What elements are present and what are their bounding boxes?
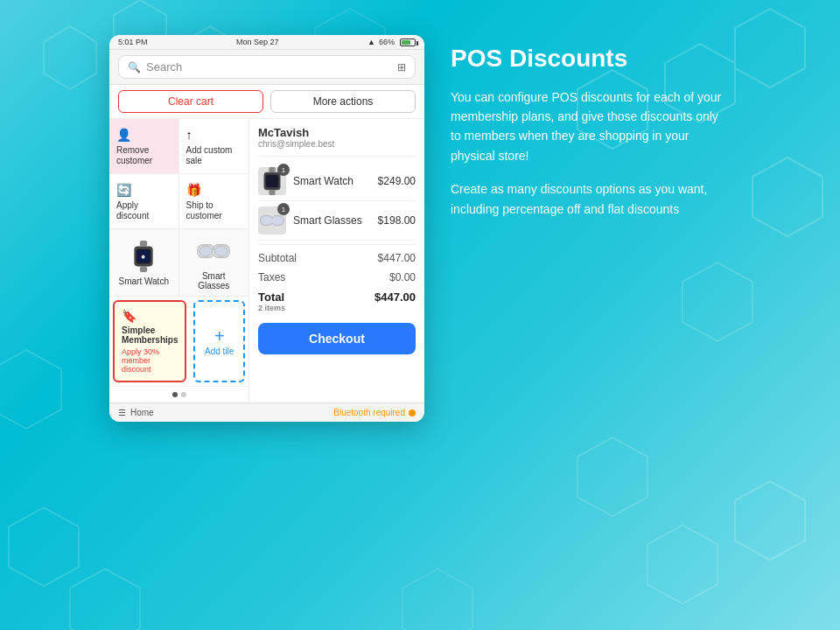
svg-rect-16 <box>140 241 147 247</box>
smart-glasses-image <box>194 234 233 268</box>
search-label: Search <box>146 60 392 74</box>
subtotal-value: $447.00 <box>378 252 416 264</box>
content-area: 👤 Remove customer ↑ Add custom sale 🔄 Ap… <box>109 119 424 402</box>
cart-actions-bar: Clear cart More actions <box>109 85 424 119</box>
tile-remove-customer-label: Remove customer <box>116 145 172 166</box>
pagination-dot-2 <box>181 392 186 397</box>
customer-email: chris@simplee.best <box>258 139 416 149</box>
svg-rect-25 <box>269 190 275 195</box>
subtotal-row: Subtotal $447.00 <box>258 248 416 268</box>
membership-icon: 🔖 <box>122 309 178 323</box>
search-icon: 🔍 <box>128 61 141 74</box>
items-count: 2 items <box>258 304 285 312</box>
item-0-price: $249.00 <box>378 175 416 187</box>
total-label: Total <box>258 290 285 304</box>
clear-cart-button[interactable]: Clear cart <box>118 90 263 113</box>
subtotal-label: Subtotal <box>258 252 297 264</box>
customer-name: McTavish <box>258 126 416 139</box>
svg-point-22 <box>200 246 213 256</box>
item-0-qty-badge: 1 <box>277 164 290 176</box>
cart-items-list: 1 Smart Watch $249.00 <box>258 162 416 241</box>
ship-customer-icon: 🎁 <box>186 183 242 197</box>
bottom-tiles-row: 🔖 Simplee Memberships Apply 30% member d… <box>109 297 248 386</box>
status-time: 5:01 PM <box>118 38 148 46</box>
smart-watch-label: Smart Watch <box>119 276 169 286</box>
search-box[interactable]: 🔍 Search ⊞ <box>118 55 416 79</box>
item-1-qty-badge: 1 <box>277 203 290 215</box>
home-label: Home <box>130 408 154 417</box>
taxes-value: $0.00 <box>389 271 416 284</box>
svg-rect-24 <box>269 167 275 172</box>
add-tile-plus-icon: + <box>214 327 225 345</box>
item-1-price: $198.00 <box>378 214 416 227</box>
svg-rect-17 <box>140 266 147 272</box>
tile-apply-discount-label: Apply discount <box>116 200 172 221</box>
bluetooth-status: Bluetooth required <box>333 408 416 417</box>
battery-indicator <box>400 38 416 46</box>
svg-point-23 <box>215 246 228 256</box>
status-right: ▲ 66% <box>368 38 416 46</box>
hamburger-icon: ☰ <box>118 408 126 417</box>
tile-ship-to-customer[interactable]: 🎁 Ship to customer <box>179 174 249 229</box>
bluetooth-dot <box>409 410 416 416</box>
add-tile-label: Add tile <box>205 346 234 356</box>
cart-item-1[interactable]: 1 Smart Glasses $198.00 <box>258 201 416 241</box>
main-layout: 5:01 PM Mon Sep 27 ▲ 66% 🔍 Search ⊞ Clea… <box>0 0 840 630</box>
membership-discount-label: Apply 30% member discount <box>122 347 178 374</box>
item-0-qty-img: 1 <box>258 167 286 195</box>
product-tiles-grid: ⌚ Smart Watch <box>109 229 248 297</box>
tile-ship-to-customer-label: Ship to customer <box>186 200 242 221</box>
apply-discount-icon: 🔄 <box>116 183 172 197</box>
battery-fill <box>402 40 410 45</box>
pagination-dot-1 <box>172 392 178 397</box>
item-1-qty-img: 1 <box>258 206 286 234</box>
taxes-row: Taxes $0.00 <box>258 268 416 287</box>
pagination <box>109 386 248 402</box>
taxes-label: Taxes <box>258 271 285 284</box>
item-1-name: Smart Glasses <box>293 214 371 227</box>
item-0-name: Smart Watch <box>293 175 371 187</box>
total-value: $447.00 <box>374 290 416 312</box>
tile-add-tile[interactable]: + Add tile <box>193 300 245 382</box>
barcode-scan-icon: ⊞ <box>397 61 406 74</box>
total-row: Total 2 items $447.00 <box>258 287 416 316</box>
right-panel: McTavish chris@simplee.best 1 <box>249 119 424 402</box>
description-title: POS Discounts <box>451 44 731 74</box>
battery-pct: 66% <box>379 38 395 46</box>
home-bar: ☰ Home Bluetooth required <box>109 402 424 422</box>
more-actions-button[interactable]: More actions <box>270 90 416 113</box>
home-menu[interactable]: ☰ Home <box>118 408 154 417</box>
wifi-icon: ▲ <box>368 38 375 46</box>
cart-item-0[interactable]: 1 Smart Watch $249.00 <box>258 162 416 201</box>
add-custom-sale-icon: ↑ <box>186 128 242 142</box>
status-bar: 5:01 PM Mon Sep 27 ▲ 66% <box>109 35 424 50</box>
total-left: Total 2 items <box>258 290 285 312</box>
tile-apply-discount[interactable]: 🔄 Apply discount <box>109 174 179 229</box>
membership-name-label: Simplee Memberships <box>122 326 178 345</box>
top-bar: 🔍 Search ⊞ <box>109 50 424 85</box>
remove-customer-icon: 👤 <box>116 128 172 142</box>
description-para1: You can configure POS discounts for each… <box>451 88 731 166</box>
tile-smart-watch[interactable]: ⌚ Smart Watch <box>109 229 179 297</box>
tile-simplee-memberships[interactable]: 🔖 Simplee Memberships Apply 30% member d… <box>113 300 186 382</box>
tile-remove-customer[interactable]: 👤 Remove customer <box>109 119 179 174</box>
smart-glasses-label: Smart Glasses <box>186 271 242 290</box>
ipad-frame: 5:01 PM Mon Sep 27 ▲ 66% 🔍 Search ⊞ Clea… <box>109 35 424 422</box>
svg-rect-27 <box>266 175 279 188</box>
description-para2: Create as many discounts options as you … <box>451 179 731 219</box>
action-tiles-grid: 👤 Remove customer ↑ Add custom sale 🔄 Ap… <box>109 119 248 229</box>
tile-add-custom-sale-label: Add custom sale <box>186 145 242 166</box>
checkout-button[interactable]: Checkout <box>258 323 416 354</box>
description-panel: POS Discounts You can configure POS disc… <box>451 35 731 233</box>
status-date: Mon Sep 27 <box>236 38 279 46</box>
cart-summary: Subtotal $447.00 Taxes $0.00 Total 2 ite… <box>258 244 416 316</box>
tile-smart-glasses[interactable]: Smart Glasses <box>179 229 249 297</box>
left-panel: 👤 Remove customer ↑ Add custom sale 🔄 Ap… <box>109 119 249 402</box>
smart-watch-image: ⌚ <box>124 240 163 273</box>
tile-add-custom-sale[interactable]: ↑ Add custom sale <box>179 119 249 174</box>
bluetooth-label: Bluetooth required <box>333 408 405 417</box>
customer-info: McTavish chris@simplee.best <box>258 126 416 157</box>
